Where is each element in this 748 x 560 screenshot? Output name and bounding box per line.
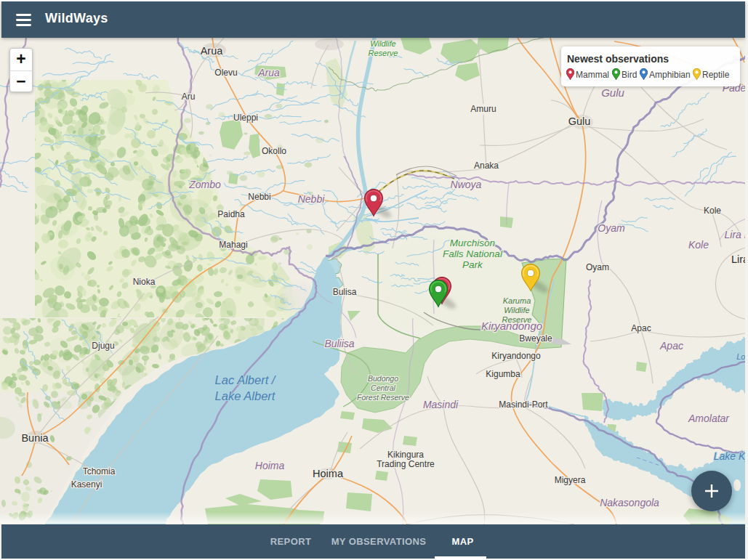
svg-text:Kole: Kole <box>704 206 721 216</box>
svg-text:Forest Reserve: Forest Reserve <box>357 393 409 402</box>
svg-text:Nwoya: Nwoya <box>451 179 482 190</box>
svg-text:Reserve: Reserve <box>502 315 532 324</box>
svg-text:Zombo: Zombo <box>188 179 221 190</box>
svg-text:Djugu: Djugu <box>92 341 114 351</box>
svg-text:Gulu: Gulu <box>568 115 591 127</box>
svg-text:Trading Centre: Trading Centre <box>377 459 435 469</box>
svg-text:Kole: Kole <box>688 239 709 251</box>
svg-text:Central: Central <box>371 384 396 392</box>
svg-text:Gulu: Gulu <box>601 86 624 99</box>
svg-text:Oyam: Oyam <box>586 262 609 272</box>
svg-text:Migyera: Migyera <box>555 475 586 485</box>
svg-text:Okollo: Okollo <box>262 146 286 156</box>
svg-text:Uleppi: Uleppi <box>233 113 258 123</box>
svg-text:Olevu: Olevu <box>214 68 237 78</box>
svg-text:Buliisa: Buliisa <box>324 338 354 349</box>
svg-text:Aru: Aru <box>182 92 196 102</box>
svg-text:Budongo: Budongo <box>368 374 398 383</box>
svg-text:Nioka: Nioka <box>133 277 156 287</box>
svg-text:Wildlife: Wildlife <box>504 306 529 315</box>
svg-text:Masindi-Port: Masindi-Port <box>499 399 548 410</box>
svg-text:Bweyale: Bweyale <box>519 333 552 344</box>
svg-text:Karuma: Karuma <box>503 296 531 305</box>
svg-text:Falls National: Falls National <box>443 248 503 259</box>
svg-text:Amolatar: Amolatar <box>688 413 730 424</box>
svg-text:Arua: Arua <box>201 45 224 57</box>
svg-text:Lake Ky: Lake Ky <box>714 450 748 462</box>
svg-text:Arua: Arua <box>257 67 280 78</box>
svg-text:Kiryandongo: Kiryandongo <box>491 351 541 361</box>
svg-text:Lac Albert /: Lac Albert / <box>215 373 276 386</box>
svg-text:Oyam: Oyam <box>598 222 625 234</box>
svg-text:Hoima: Hoima <box>313 468 344 479</box>
svg-text:Amuru: Amuru <box>470 104 496 114</box>
svg-text:Nebbi: Nebbi <box>298 193 325 205</box>
svg-text:Wildlife: Wildlife <box>370 39 395 48</box>
svg-text:Park: Park <box>462 259 483 270</box>
svg-text:Bunia: Bunia <box>21 432 49 444</box>
svg-text:Apac: Apac <box>631 323 651 333</box>
svg-text:Kikingura: Kikingura <box>387 450 424 460</box>
svg-text:Hoima: Hoima <box>255 460 285 471</box>
svg-text:Kigumba: Kigumba <box>486 369 520 379</box>
svg-text:Murchison: Murchison <box>450 238 495 248</box>
svg-text:Kasenyi: Kasenyi <box>71 479 102 490</box>
svg-text:Lake Albert: Lake Albert <box>215 389 276 402</box>
svg-text:Nakasongola: Nakasongola <box>600 497 659 508</box>
svg-text:Reserve: Reserve <box>369 49 398 57</box>
svg-text:Masindi: Masindi <box>423 399 459 410</box>
svg-text:Bulisa: Bulisa <box>333 287 357 297</box>
svg-text:Mahagi: Mahagi <box>219 240 247 250</box>
svg-text:Anaka: Anaka <box>474 161 499 171</box>
svg-text:Nebbi: Nebbi <box>248 192 270 202</box>
svg-text:Paidha: Paidha <box>217 209 245 219</box>
svg-text:Apac: Apac <box>659 340 683 352</box>
svg-text:Tchomia: Tchomia <box>83 466 116 476</box>
